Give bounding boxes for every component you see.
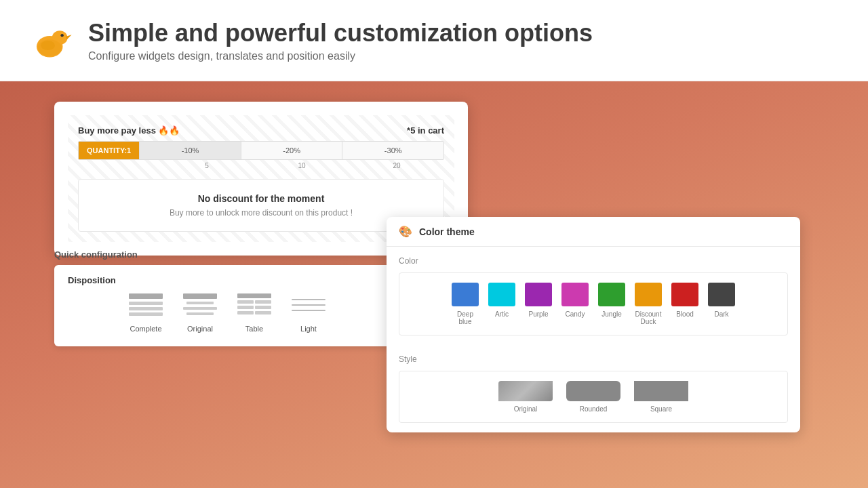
purple-swatch[interactable] [525,283,552,306]
header-text: Simple and powerful customization option… [88,19,593,62]
svg-point-3 [60,33,63,36]
no-discount-text: Buy more to unlock more discount on this… [92,208,430,218]
svg-rect-13 [186,312,214,315]
svg-rect-17 [237,306,254,309]
square-style-label: Square [650,405,672,413]
page-subtitle: Configure widgets design, translates and… [88,50,593,62]
svg-rect-18 [255,306,271,309]
svg-rect-14 [237,293,271,298]
deep-blue-swatch[interactable] [452,283,479,306]
original-style-label: Original [514,405,537,413]
candy-label: Candy [566,310,585,318]
disposition-options: Complete Original [68,293,387,333]
jungle-swatch[interactable] [598,283,625,306]
square-style-swatch[interactable] [634,381,688,401]
quantity-numbers: 5 10 20 [78,162,444,169]
color-artic[interactable]: Artic [488,283,515,318]
dark-label: Dark [714,310,728,318]
svg-rect-7 [129,302,163,305]
color-dark[interactable]: Dark [708,283,735,318]
buy-more-label: Buy more pay less 🔥🔥 [78,125,180,136]
style-grid: Original Rounded Square [399,371,788,423]
original-style-swatch[interactable] [498,381,553,401]
original-label: Original [187,325,213,333]
segment-20[interactable]: -20% [241,142,342,159]
purple-label: Purple [529,310,549,318]
disposition-original[interactable]: Original [183,293,217,333]
svg-rect-22 [292,304,326,306]
svg-rect-10 [183,293,217,299]
svg-rect-20 [255,311,271,314]
candy-swatch[interactable] [561,283,589,306]
complete-label: Complete [130,325,161,333]
table-label: Table [245,325,263,333]
rounded-style-label: Rounded [580,405,608,413]
quantity-label: QUANTITY:1 [79,142,139,159]
quantity-bar[interactable]: QUANTITY:1 -10% -20% -30% [78,141,444,160]
color-deep-blue[interactable]: Deepblue [452,283,479,325]
svg-point-5 [38,39,62,56]
artic-label: Artic [495,310,509,318]
disposition-light[interactable]: Light [292,293,326,333]
svg-rect-12 [183,307,217,310]
dark-swatch[interactable] [708,283,735,306]
artic-swatch[interactable] [488,283,515,306]
jungle-label: Jungle [601,310,621,318]
light-icon [292,293,326,319]
quick-config-title: Quick configuration [54,249,400,260]
blood-label: Blood [676,310,694,318]
style-square[interactable]: Square [634,381,688,413]
svg-rect-19 [237,311,254,314]
rounded-style-swatch[interactable] [566,381,620,401]
svg-rect-16 [255,300,271,304]
palette-icon: 🎨 [399,225,412,238]
disposition-table[interactable]: Table [237,293,271,333]
cart-info: *5 in cart [407,125,444,136]
main-content: Buy more pay less 🔥🔥 *5 in cart QUANTITY… [0,81,868,488]
color-jungle[interactable]: Jungle [598,283,625,318]
color-section: Color Deepblue Artic Purple Candy [387,247,800,345]
color-theme-title: Color theme [419,226,475,237]
color-candy[interactable]: Candy [561,283,589,318]
blood-swatch[interactable] [671,283,698,306]
segment-10[interactable]: -10% [139,142,241,159]
disposition-complete[interactable]: Complete [129,293,163,333]
quick-config-section: Quick configuration Disposition Complete [54,249,400,346]
color-grid: Deepblue Artic Purple Candy Jungle [399,272,788,336]
color-purple[interactable]: Purple [525,283,552,318]
quantity-bar-wrapper: QUANTITY:1 -10% -20% -30% 5 10 20 [78,141,444,169]
deep-blue-label: Deepblue [457,310,473,325]
color-discount-duck[interactable]: DiscountDuck [635,283,662,325]
buy-more-header: Buy more pay less 🔥🔥 *5 in cart [78,125,444,136]
svg-rect-23 [292,310,326,311]
light-label: Light [300,325,317,333]
svg-rect-21 [292,299,326,300]
svg-rect-11 [186,302,214,304]
duck-logo-icon [27,17,75,64]
disposition-card: Disposition Complete [54,265,400,346]
svg-rect-9 [129,312,163,316]
discount-duck-label: DiscountDuck [635,310,662,325]
color-section-label: Color [399,256,788,266]
svg-rect-15 [237,300,254,304]
svg-rect-6 [129,293,163,299]
original-icon [183,293,217,319]
svg-rect-8 [129,307,163,310]
style-section: Style Original Rounded Square [387,345,800,432]
color-theme-card: 🎨 Color theme Color Deepblue Artic Purpl… [387,217,800,432]
style-section-label: Style [399,354,788,364]
color-blood[interactable]: Blood [671,283,698,318]
no-discount-title: No discount for the moment [92,193,430,204]
table-icon [237,293,271,319]
color-theme-header: 🎨 Color theme [387,217,800,247]
style-original[interactable]: Original [498,381,553,413]
complete-icon [129,293,163,319]
page-title: Simple and powerful customization option… [88,19,593,47]
page-header: Simple and powerful customization option… [0,0,868,81]
discount-duck-swatch[interactable] [635,283,662,306]
style-rounded[interactable]: Rounded [566,381,620,413]
disposition-title: Disposition [68,275,387,285]
segment-30[interactable]: -30% [342,142,443,159]
